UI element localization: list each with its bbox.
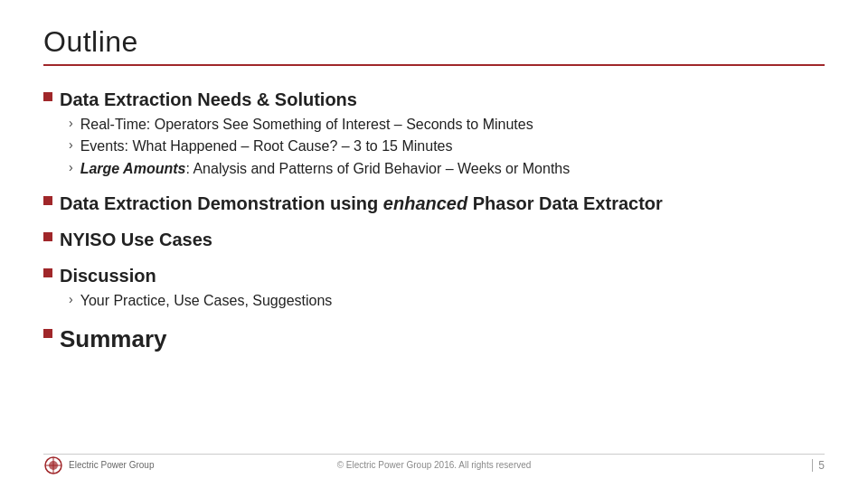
bullet-item: Summary [43,324,825,355]
sub-text: Large Amounts: Analysis and Patterns of … [80,159,571,179]
sub-arrow-icon: › [69,137,73,152]
sub-arrow-icon: › [69,116,73,130]
sub-bullets-data-extraction: › Real-Time: Operators See Something of … [69,115,825,179]
title-rule [43,64,825,66]
footer-copyright: © Electric Power Group 2016. All rights … [337,460,532,470]
bullet-label: Data Extraction Demonstration using enha… [60,192,663,215]
sub-text: Events: What Happened – Root Cause? – 3 … [80,136,453,156]
bullet-square-icon [43,232,52,241]
page-number: 5 [818,459,825,472]
slide: Outline Data Extraction Needs & Solution… [0,0,868,488]
title-area: Outline [43,25,825,80]
bullet-square-icon [43,196,52,205]
page-divider [812,459,813,472]
bullet-label: Discussion [60,264,156,287]
bullet-label: Data Extraction Needs & Solutions [60,88,357,111]
bullet-item: Data Extraction Needs & Solutions [43,88,825,111]
bullet-square-icon [43,268,52,277]
footer-logo: Electric Power Group [43,455,154,475]
sub-bullet-item: › Large Amounts: Analysis and Patterns o… [69,159,825,179]
sub-text: Your Practice, Use Cases, Suggestions [80,291,333,311]
section-nyiso: NYISO Use Cases [43,228,825,251]
sub-text: Real-Time: Operators See Something of In… [80,115,533,135]
section-discussion: Discussion › Your Practice, Use Cases, S… [43,264,825,311]
sub-arrow-icon: › [69,292,73,306]
epg-logo-icon [43,455,63,475]
slide-title: Outline [43,25,825,59]
footer: Electric Power Group © Electric Power Gr… [43,454,825,470]
sub-bullet-item: › Real-Time: Operators See Something of … [69,115,825,135]
section-demo: Data Extraction Demonstration using enha… [43,192,825,215]
footer-logo-text: Electric Power Group [69,460,154,470]
section-data-extraction: Data Extraction Needs & Solutions › Real… [43,88,825,179]
bullet-item: NYISO Use Cases [43,228,825,251]
bullet-square-icon [43,329,52,338]
bullet-item: Discussion [43,264,825,287]
sub-arrow-icon: › [69,160,73,174]
bullet-square-icon [43,92,52,101]
bullet-label: NYISO Use Cases [60,228,212,251]
section-summary: Summary [43,324,825,355]
bullet-label-summary: Summary [60,324,167,355]
sub-bullet-item: › Your Practice, Use Cases, Suggestions [69,291,825,311]
footer-page: 5 [812,459,825,472]
sub-bullet-item: › Events: What Happened – Root Cause? – … [69,136,825,156]
sub-bullets-discussion: › Your Practice, Use Cases, Suggestions [69,291,825,311]
content-area: Data Extraction Needs & Solutions › Real… [43,88,825,454]
bullet-item: Data Extraction Demonstration using enha… [43,192,825,215]
